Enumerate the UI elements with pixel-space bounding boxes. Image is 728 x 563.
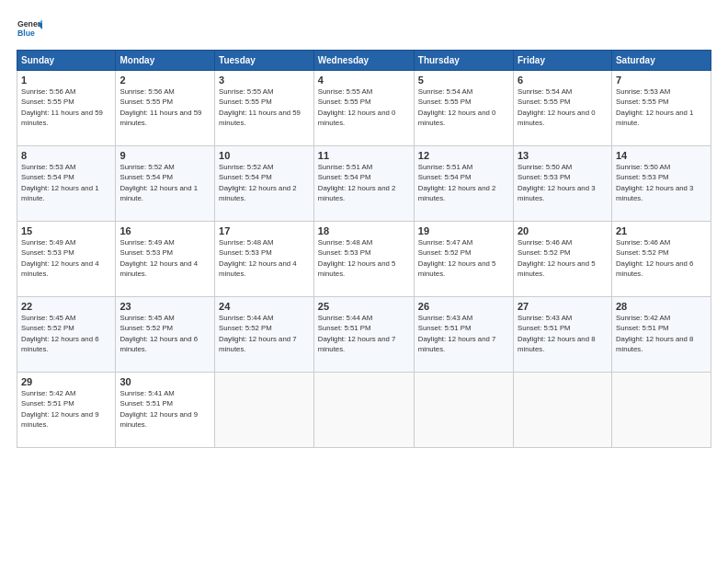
day-info: Sunrise: 5:51 AMSunset: 5:54 PMDaylight:… — [418, 162, 509, 203]
calendar-week-row: 15 Sunrise: 5:49 AMSunset: 5:53 PMDaylig… — [17, 222, 711, 297]
calendar-cell: 13 Sunrise: 5:50 AMSunset: 5:53 PMDaylig… — [513, 146, 611, 222]
day-number: 17 — [219, 225, 310, 236]
day-info: Sunrise: 5:42 AMSunset: 5:51 PMDaylight:… — [616, 313, 707, 354]
day-info: Sunrise: 5:41 AMSunset: 5:51 PMDaylight:… — [119, 388, 210, 430]
calendar-cell — [414, 373, 513, 448]
day-info: Sunrise: 5:50 AMSunset: 5:53 PMDaylight:… — [518, 162, 608, 203]
calendar-cell: 3 Sunrise: 5:55 AMSunset: 5:55 PMDayligh… — [215, 71, 314, 146]
header: General Blue — [17, 17, 711, 42]
day-info: Sunrise: 5:53 AMSunset: 5:54 PMDaylight:… — [21, 162, 111, 203]
day-info: Sunrise: 5:48 AMSunset: 5:53 PMDaylight:… — [219, 237, 310, 279]
day-number: 8 — [21, 150, 111, 161]
day-number: 28 — [616, 301, 707, 312]
day-number: 21 — [616, 225, 707, 236]
day-info: Sunrise: 5:44 AMSunset: 5:51 PMDaylight:… — [318, 313, 410, 354]
logo-icon: General Blue — [17, 17, 42, 42]
day-info: Sunrise: 5:52 AMSunset: 5:54 PMDaylight:… — [219, 162, 310, 203]
calendar-cell: 16 Sunrise: 5:49 AMSunset: 5:53 PMDaylig… — [116, 222, 215, 297]
day-number: 27 — [518, 301, 608, 312]
page: General Blue SundayMondayTuesdayWednesda… — [0, 0, 728, 563]
day-number: 5 — [418, 75, 509, 86]
calendar-cell: 28 Sunrise: 5:42 AMSunset: 5:51 PMDaylig… — [611, 297, 711, 373]
day-info: Sunrise: 5:43 AMSunset: 5:51 PMDaylight:… — [418, 313, 509, 354]
calendar-cell: 26 Sunrise: 5:43 AMSunset: 5:51 PMDaylig… — [414, 297, 513, 373]
day-info: Sunrise: 5:45 AMSunset: 5:52 PMDaylight:… — [119, 313, 210, 354]
calendar-cell: 20 Sunrise: 5:46 AMSunset: 5:52 PMDaylig… — [513, 222, 611, 297]
calendar-cell: 6 Sunrise: 5:54 AMSunset: 5:55 PMDayligh… — [513, 71, 611, 146]
calendar-cell: 8 Sunrise: 5:53 AMSunset: 5:54 PMDayligh… — [17, 146, 116, 222]
day-number: 16 — [119, 225, 210, 236]
day-info: Sunrise: 5:51 AMSunset: 5:54 PMDaylight:… — [318, 162, 410, 203]
day-info: Sunrise: 5:49 AMSunset: 5:53 PMDaylight:… — [119, 237, 210, 279]
day-info: Sunrise: 5:50 AMSunset: 5:53 PMDaylight:… — [616, 162, 707, 203]
day-info: Sunrise: 5:48 AMSunset: 5:53 PMDaylight:… — [318, 237, 410, 279]
calendar-cell — [215, 373, 314, 448]
calendar-cell: 4 Sunrise: 5:55 AMSunset: 5:55 PMDayligh… — [313, 71, 414, 146]
calendar-cell: 5 Sunrise: 5:54 AMSunset: 5:55 PMDayligh… — [414, 71, 513, 146]
calendar-cell: 18 Sunrise: 5:48 AMSunset: 5:53 PMDaylig… — [313, 222, 414, 297]
day-number: 12 — [418, 150, 509, 161]
calendar-cell: 10 Sunrise: 5:52 AMSunset: 5:54 PMDaylig… — [215, 146, 314, 222]
day-info: Sunrise: 5:46 AMSunset: 5:52 PMDaylight:… — [518, 237, 608, 279]
day-number: 29 — [21, 376, 111, 387]
day-number: 4 — [318, 75, 410, 86]
calendar-cell: 24 Sunrise: 5:44 AMSunset: 5:52 PMDaylig… — [215, 297, 314, 373]
calendar-cell: 21 Sunrise: 5:46 AMSunset: 5:52 PMDaylig… — [611, 222, 711, 297]
day-info: Sunrise: 5:42 AMSunset: 5:51 PMDaylight:… — [21, 388, 111, 430]
day-number: 20 — [518, 225, 608, 236]
day-info: Sunrise: 5:56 AMSunset: 5:55 PMDaylight:… — [21, 86, 111, 128]
calendar-cell: 25 Sunrise: 5:44 AMSunset: 5:51 PMDaylig… — [313, 297, 414, 373]
day-info: Sunrise: 5:55 AMSunset: 5:55 PMDaylight:… — [318, 86, 410, 128]
logo: General Blue — [17, 17, 46, 42]
calendar-cell: 22 Sunrise: 5:45 AMSunset: 5:52 PMDaylig… — [17, 297, 116, 373]
day-number: 7 — [616, 75, 707, 86]
day-number: 14 — [616, 150, 707, 161]
calendar-cell — [611, 373, 711, 448]
svg-text:Blue: Blue — [17, 29, 35, 38]
calendar-header-sunday: Sunday — [17, 51, 116, 71]
day-info: Sunrise: 5:54 AMSunset: 5:55 PMDaylight:… — [518, 86, 608, 128]
day-info: Sunrise: 5:44 AMSunset: 5:52 PMDaylight:… — [219, 313, 310, 354]
day-number: 3 — [219, 75, 310, 86]
calendar-header-friday: Friday — [513, 51, 611, 71]
day-number: 18 — [318, 225, 410, 236]
calendar-header-saturday: Saturday — [611, 51, 711, 71]
day-number: 15 — [21, 225, 111, 236]
day-number: 9 — [119, 150, 210, 161]
calendar-cell: 14 Sunrise: 5:50 AMSunset: 5:53 PMDaylig… — [611, 146, 711, 222]
calendar-cell: 29 Sunrise: 5:42 AMSunset: 5:51 PMDaylig… — [17, 373, 116, 448]
calendar-week-row: 22 Sunrise: 5:45 AMSunset: 5:52 PMDaylig… — [17, 297, 711, 373]
day-number: 6 — [518, 75, 608, 86]
calendar-header-thursday: Thursday — [414, 51, 513, 71]
day-info: Sunrise: 5:45 AMSunset: 5:52 PMDaylight:… — [21, 313, 111, 354]
calendar-cell: 11 Sunrise: 5:51 AMSunset: 5:54 PMDaylig… — [313, 146, 414, 222]
calendar-cell: 15 Sunrise: 5:49 AMSunset: 5:53 PMDaylig… — [17, 222, 116, 297]
calendar-week-row: 8 Sunrise: 5:53 AMSunset: 5:54 PMDayligh… — [17, 146, 711, 222]
day-info: Sunrise: 5:53 AMSunset: 5:55 PMDaylight:… — [616, 86, 707, 128]
calendar-header-monday: Monday — [116, 51, 215, 71]
calendar-header-row: SundayMondayTuesdayWednesdayThursdayFrid… — [17, 51, 711, 71]
day-number: 10 — [219, 150, 310, 161]
day-number: 1 — [21, 75, 111, 86]
calendar-cell: 1 Sunrise: 5:56 AMSunset: 5:55 PMDayligh… — [17, 71, 116, 146]
day-number: 26 — [418, 301, 509, 312]
calendar-cell: 30 Sunrise: 5:41 AMSunset: 5:51 PMDaylig… — [116, 373, 215, 448]
calendar-week-row: 29 Sunrise: 5:42 AMSunset: 5:51 PMDaylig… — [17, 373, 711, 448]
day-info: Sunrise: 5:46 AMSunset: 5:52 PMDaylight:… — [616, 237, 707, 279]
day-info: Sunrise: 5:52 AMSunset: 5:54 PMDaylight:… — [119, 162, 210, 203]
calendar-cell: 17 Sunrise: 5:48 AMSunset: 5:53 PMDaylig… — [215, 222, 314, 297]
calendar-cell: 2 Sunrise: 5:56 AMSunset: 5:55 PMDayligh… — [116, 71, 215, 146]
calendar-cell: 27 Sunrise: 5:43 AMSunset: 5:51 PMDaylig… — [513, 297, 611, 373]
day-info: Sunrise: 5:55 AMSunset: 5:55 PMDaylight:… — [219, 86, 310, 128]
day-number: 2 — [119, 75, 210, 86]
day-info: Sunrise: 5:47 AMSunset: 5:52 PMDaylight:… — [418, 237, 509, 279]
calendar-cell — [313, 373, 414, 448]
day-number: 30 — [119, 376, 210, 387]
day-number: 13 — [518, 150, 608, 161]
day-number: 23 — [119, 301, 210, 312]
day-number: 24 — [219, 301, 310, 312]
day-info: Sunrise: 5:43 AMSunset: 5:51 PMDaylight:… — [518, 313, 608, 354]
svg-text:General: General — [17, 19, 42, 29]
day-info: Sunrise: 5:54 AMSunset: 5:55 PMDaylight:… — [418, 86, 509, 128]
day-number: 11 — [318, 150, 410, 161]
